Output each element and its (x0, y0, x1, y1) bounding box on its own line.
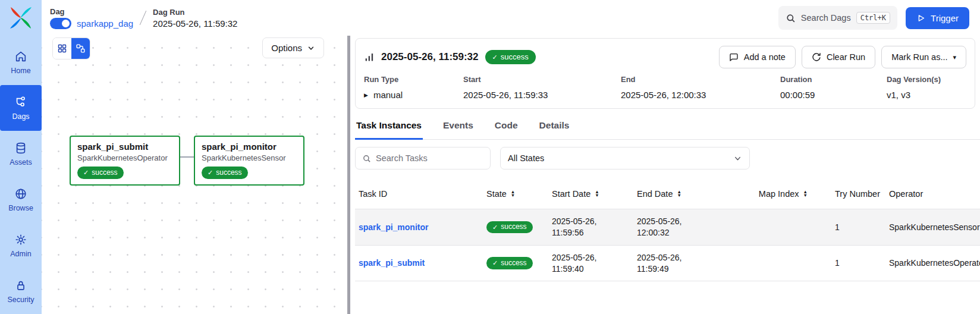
task-id-link[interactable]: spark_pi_monitor (355, 216, 483, 239)
sidebar-item-browse[interactable]: Browse (0, 177, 42, 222)
airflow-logo[interactable] (0, 0, 42, 36)
sidebar-item-admin[interactable]: Admin (0, 222, 42, 268)
col-map-index: Map Index▲▼ (718, 189, 813, 199)
search-tasks-input[interactable] (376, 153, 483, 163)
task-node-spark-pi-submit[interactable]: spark_pi_submit SparkKubernetesOperator … (70, 136, 180, 186)
check-icon: ✓ (492, 53, 498, 61)
run-meta-grid: Run Type ▶manual Start 2025-05-26, 11:59… (364, 75, 966, 100)
message-icon (729, 52, 739, 62)
col-start-date: Start Date▲▼ (548, 189, 633, 199)
graph-view-button[interactable] (71, 38, 90, 59)
expand-icon[interactable]: ▶ (364, 92, 368, 98)
sort-icon[interactable]: ▲▼ (595, 190, 599, 198)
tab-task-instances[interactable]: Task Instances (355, 114, 423, 140)
graph-options-button[interactable]: Options (262, 37, 324, 58)
caret-down-icon: ▾ (953, 54, 956, 61)
clear-run-button[interactable]: Clear Run (802, 46, 875, 68)
sidebar-item-label: Assets (10, 158, 32, 167)
workflow-icon (76, 43, 86, 54)
table-header-row: Task ID State▲▼ Start Date▲▼ End Date▲▼ … (355, 179, 980, 209)
trigger-label: Trigger (931, 13, 959, 23)
mark-run-as-button[interactable]: Mark Run as... ▾ (881, 46, 966, 68)
run-title: 2025-05-26, 11:59:32 (381, 51, 479, 63)
state-filter-select[interactable]: All States (500, 147, 750, 169)
home-icon (14, 50, 27, 63)
tab-details[interactable]: Details (538, 114, 571, 140)
chevron-down-icon (307, 44, 315, 52)
trigger-button[interactable]: Trigger (906, 7, 969, 29)
try-number-cell: 1 (813, 216, 882, 239)
status-badge: ✓success (202, 167, 248, 179)
run-status-badge: ✓success (485, 50, 536, 64)
task-node-operator: SparkKubernetesSensor (202, 153, 297, 162)
sort-icon[interactable]: ▲▼ (511, 190, 515, 198)
bar-chart-icon (364, 52, 375, 62)
task-instances-table: Task ID State▲▼ Start Date▲▼ End Date▲▼ … (355, 179, 980, 281)
dag-versions-value: v1, v3 (887, 90, 966, 100)
dag-run-label: Dag Run (153, 8, 237, 17)
sidebar-item-security[interactable]: Security (0, 268, 42, 314)
task-edge (180, 156, 194, 158)
try-number-cell: 1 (813, 252, 882, 275)
airflow-app: Dag sparkapp_dag Dag Run 2025-05-26, 11:… (0, 0, 980, 314)
sort-icon[interactable]: ▲▼ (803, 190, 808, 198)
status-badge: ✓success (486, 221, 533, 234)
search-icon (786, 13, 796, 23)
gear-icon (14, 233, 27, 246)
chevron-down-icon (733, 154, 742, 163)
col-task-id: Task ID (355, 189, 483, 199)
map-index-cell (718, 221, 813, 233)
dag-versions-label: Dag Version(s) (887, 75, 966, 84)
end-date-cell: 2025-05-26, 12:00:32 (637, 216, 703, 238)
tab-events[interactable]: Events (442, 114, 475, 140)
top-bar: Dag sparkapp_dag Dag Run 2025-05-26, 11:… (0, 0, 980, 36)
run-type-label: Run Type (364, 75, 463, 84)
sidebar-nav: Home Dags Assets Browse (0, 36, 42, 314)
add-note-button[interactable]: Add a note (719, 46, 796, 68)
search-dags-label: Search Dags (801, 13, 851, 23)
sidebar-item-label: Security (7, 296, 34, 304)
search-shortcut-kbd: Ctrl+K (856, 12, 890, 24)
breadcrumb: Dag sparkapp_dag Dag Run 2025-05-26, 11:… (50, 7, 237, 29)
sidebar-item-dags[interactable]: Dags (0, 85, 42, 131)
sidebar-item-assets[interactable]: Assets (0, 131, 42, 177)
grid-view-button[interactable] (53, 38, 71, 59)
dag-name-link[interactable]: sparkapp_dag (77, 18, 133, 29)
end-label: End (621, 75, 780, 84)
tab-code[interactable]: Code (494, 114, 519, 140)
search-tasks-field[interactable] (355, 147, 491, 169)
grid-icon (57, 43, 67, 54)
search-dags-button[interactable]: Search Dags Ctrl+K (778, 6, 897, 30)
check-icon: ✓ (492, 223, 498, 231)
globe-icon (14, 187, 27, 200)
dag-graph-pane[interactable]: Options spark_pi_submit SparkKubernetesO… (42, 36, 347, 314)
mark-run-as-label: Mark Run as... (891, 52, 947, 62)
task-node-spark-pi-monitor[interactable]: spark_pi_monitor SparkKubernetesSensor ✓… (194, 136, 304, 186)
breadcrumb-run-group: Dag Run 2025-05-26, 11:59:32 (153, 8, 237, 29)
task-node-operator: SparkKubernetesOperator (77, 153, 172, 162)
run-details-pane: 2025-05-26, 11:59:32 ✓success Add a note (350, 36, 980, 314)
state-filter-value: All States (508, 153, 544, 163)
task-id-link[interactable]: spark_pi_submit (355, 252, 483, 275)
task-node-title: spark_pi_monitor (202, 142, 297, 152)
check-icon: ✓ (208, 168, 213, 177)
status-badge: ✓success (77, 167, 124, 179)
detail-tabs: Task Instances Events Code Details (355, 114, 980, 140)
sidebar-item-label: Admin (10, 250, 31, 258)
check-icon: ✓ (492, 259, 498, 267)
add-note-label: Add a note (744, 52, 786, 62)
view-mode-toggle (52, 37, 90, 59)
dag-label: Dag (50, 7, 133, 16)
search-icon (362, 154, 371, 163)
map-index-cell (718, 258, 813, 269)
dag-pause-toggle[interactable] (50, 18, 71, 29)
play-icon (916, 14, 925, 23)
topbar-actions: Search Dags Ctrl+K Trigger (778, 6, 980, 30)
col-state: State▲▼ (483, 189, 548, 199)
task-node-title: spark_pi_submit (77, 142, 172, 152)
task-filters: All States (355, 147, 980, 169)
sort-icon[interactable]: ▲▼ (677, 190, 681, 198)
breadcrumb-separator (140, 11, 146, 25)
sidebar-item-home[interactable]: Home (0, 39, 42, 85)
redo-icon (812, 52, 821, 62)
